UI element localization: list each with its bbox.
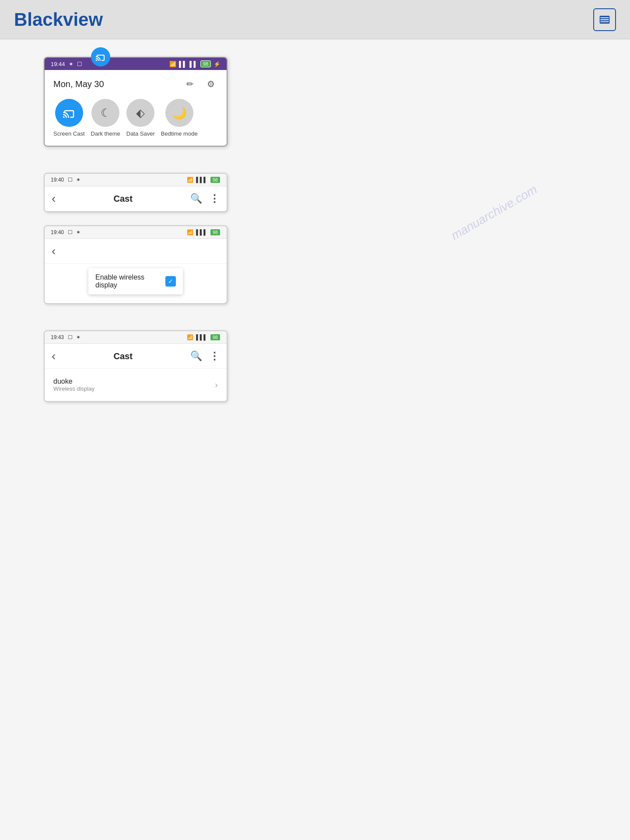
status-bar-3: 19:40 ☐ ✶ 📶 ▌▌▌ 98 bbox=[45, 226, 227, 239]
phone-screen-2: 19:40 ☐ ✶ 📶 ▌▌▌ 98 ‹ Cast 🔍 ⋮ bbox=[44, 173, 228, 212]
device-type: Wireless display bbox=[53, 385, 94, 392]
edit-icon[interactable]: ✏ bbox=[183, 77, 197, 91]
tile-screen-cast[interactable]: Screen Cast bbox=[53, 99, 85, 137]
screenshot-1-wrapper: 19:44 ✶ ☐ 📶 ▌▌ ▌▌ 98 ⚡ Mon, May 30 ✏ bbox=[44, 57, 595, 147]
notif-icons: ✏ ⚙ bbox=[183, 77, 218, 91]
tile-label-data-saver: Data Saver bbox=[126, 130, 155, 137]
tile-bedtime-mode[interactable]: 🌙 Bedtime mode bbox=[161, 99, 198, 137]
status-bar-2: 19:40 ☐ ✶ 📶 ▌▌▌ 98 bbox=[45, 174, 227, 186]
bt-icon-2: ✶ bbox=[76, 177, 80, 183]
vibrate-icon: ☐ bbox=[77, 61, 82, 67]
wifi-icon-4: 📶 bbox=[187, 334, 193, 340]
svg-rect-2 bbox=[600, 20, 609, 21]
wireless-display-label: Enable wireless display bbox=[95, 273, 160, 289]
status-bar-4-left: 19:43 ☐ ✶ bbox=[51, 334, 80, 340]
signal-icon-1: ▌▌ bbox=[179, 61, 187, 67]
signal-icon-4: ▌▌▌ bbox=[196, 229, 207, 235]
bt-icon-3: ✶ bbox=[76, 229, 80, 235]
tile-label-screen-cast: Screen Cast bbox=[53, 130, 85, 137]
signal-icon-3: ▌▌▌ bbox=[196, 177, 207, 183]
tile-icon-bedtime: 🌙 bbox=[165, 99, 193, 127]
battery-2: 98 bbox=[210, 176, 220, 183]
search-icon-2[interactable]: 🔍 bbox=[190, 193, 202, 204]
notif-date: Mon, May 30 bbox=[53, 79, 104, 89]
wifi-icon-2: 📶 bbox=[187, 177, 193, 183]
screenshot-2-wrapper: 19:40 ☐ ✶ 📶 ▌▌▌ 98 ‹ Cast 🔍 ⋮ bbox=[44, 173, 595, 212]
menu-icon[interactable] bbox=[593, 8, 616, 31]
tile-label-dark-theme: Dark theme bbox=[91, 130, 120, 137]
back-button-3[interactable]: ‹ bbox=[52, 244, 56, 258]
time-4: 19:43 bbox=[51, 334, 64, 340]
screenshot-4-wrapper: 19:43 ☐ ✶ 📶 ▌▌▌ 98 ‹ Cast 🔍 ⋮ bbox=[44, 330, 595, 402]
more-icon-2[interactable]: ⋮ bbox=[209, 192, 220, 205]
main-content: manuarchive.com 19:44 ✶ ☐ 📶 ▌▌ ▌▌ 98 bbox=[0, 39, 630, 840]
status-bar-2-left: 19:40 ☐ ✶ bbox=[51, 177, 80, 183]
status-bar-left: 19:44 ✶ ☐ bbox=[51, 61, 82, 67]
phone-screen-3: 19:40 ☐ ✶ 📶 ▌▌▌ 98 ‹ Enable wireless dis… bbox=[44, 225, 228, 304]
toolbar-title-2: Cast bbox=[113, 194, 132, 204]
bt-icon-4: ✶ bbox=[76, 334, 80, 340]
device-name: duoke bbox=[53, 378, 94, 385]
toolbar-actions-4: 🔍 ⋮ bbox=[190, 350, 220, 362]
battery-3: 98 bbox=[210, 229, 220, 236]
signal-icon-5: ▌▌▌ bbox=[196, 334, 207, 340]
check-icon: ✓ bbox=[168, 278, 173, 285]
wireless-display-dropdown[interactable]: Enable wireless display ✓ bbox=[88, 268, 183, 294]
status-bar-3-right: 📶 ▌▌▌ 98 bbox=[187, 229, 220, 236]
svg-rect-4 bbox=[600, 16, 609, 23]
back-button-4[interactable]: ‹ bbox=[52, 349, 56, 363]
status-bar-4-right: 📶 ▌▌▌ 98 bbox=[187, 334, 220, 341]
svg-rect-1 bbox=[600, 18, 609, 19]
search-icon-4[interactable]: 🔍 bbox=[190, 350, 202, 362]
notif-header: Mon, May 30 ✏ ⚙ bbox=[53, 77, 218, 91]
charging-icon: ⚡ bbox=[214, 61, 220, 67]
tile-icon-dark-theme: ☾ bbox=[91, 99, 119, 127]
phone-screen-4: 19:43 ☐ ✶ 📶 ▌▌▌ 98 ‹ Cast 🔍 ⋮ bbox=[44, 330, 228, 402]
status-bar-3-left: 19:40 ☐ ✶ bbox=[51, 229, 80, 235]
time-3: 19:40 bbox=[51, 229, 64, 235]
wifi-icon-1: 📶 bbox=[169, 61, 176, 67]
tile-icon-screen-cast bbox=[55, 99, 83, 127]
tile-label-bedtime: Bedtime mode bbox=[161, 130, 198, 137]
settings-icon[interactable]: ⚙ bbox=[204, 77, 218, 91]
tile-icon-data-saver: ⬖ bbox=[126, 99, 154, 127]
time-1: 19:44 bbox=[51, 61, 65, 67]
dropdown-area: Enable wireless display ✓ bbox=[45, 264, 227, 303]
time-2: 19:40 bbox=[51, 177, 64, 183]
status-bar-1: 19:44 ✶ ☐ 📶 ▌▌ ▌▌ 98 ⚡ bbox=[45, 58, 227, 70]
wifi-icon-3: 📶 bbox=[187, 229, 193, 235]
cast-toolbar-3: ‹ bbox=[45, 239, 227, 264]
chevron-right-icon: › bbox=[215, 380, 218, 390]
device-info: duoke Wireless display bbox=[53, 378, 94, 392]
notif-panel: Mon, May 30 ✏ ⚙ Screen Cast bbox=[45, 70, 227, 146]
cast-fab[interactable] bbox=[91, 47, 110, 66]
cast-toolbar-2: ‹ Cast 🔍 ⋮ bbox=[45, 186, 227, 211]
status-bar-4: 19:43 ☐ ✶ 📶 ▌▌▌ 98 bbox=[45, 331, 227, 344]
cast-toolbar-4: ‹ Cast 🔍 ⋮ bbox=[45, 344, 227, 369]
bluetooth-icon: ✶ bbox=[69, 61, 74, 67]
back-button-2[interactable]: ‹ bbox=[52, 192, 56, 206]
toolbar-actions-2: 🔍 ⋮ bbox=[190, 192, 220, 205]
tile-dark-theme[interactable]: ☾ Dark theme bbox=[91, 99, 120, 137]
phone-screen-1: 19:44 ✶ ☐ 📶 ▌▌ ▌▌ 98 ⚡ Mon, May 30 ✏ bbox=[44, 57, 228, 147]
battery-4: 98 bbox=[210, 334, 220, 341]
wireless-display-checkbox[interactable]: ✓ bbox=[165, 276, 176, 287]
status-bar-2-right: 📶 ▌▌▌ 98 bbox=[187, 176, 220, 183]
app-header: Blackview bbox=[0, 0, 630, 39]
status-bar-right: 📶 ▌▌ ▌▌ 98 ⚡ bbox=[169, 60, 220, 67]
vibrate-icon-3: ☐ bbox=[68, 229, 73, 235]
more-icon-4[interactable]: ⋮ bbox=[209, 350, 220, 362]
brand-logo: Blackview bbox=[14, 9, 103, 30]
quick-tiles: Screen Cast ☾ Dark theme ⬖ D bbox=[53, 99, 218, 137]
battery-1: 98 bbox=[200, 60, 211, 67]
signal-icon-2: ▌▌ bbox=[189, 61, 197, 67]
toolbar-title-4: Cast bbox=[113, 351, 132, 361]
screenshot-3-wrapper: 19:40 ☐ ✶ 📶 ▌▌▌ 98 ‹ Enable wireless dis… bbox=[44, 225, 595, 304]
vibrate-icon-2: ☐ bbox=[68, 177, 73, 183]
vibrate-icon-4: ☐ bbox=[68, 334, 73, 340]
tile-data-saver[interactable]: ⬖ Data Saver bbox=[126, 99, 155, 137]
device-item-duoke[interactable]: duoke Wireless display › bbox=[45, 369, 227, 401]
